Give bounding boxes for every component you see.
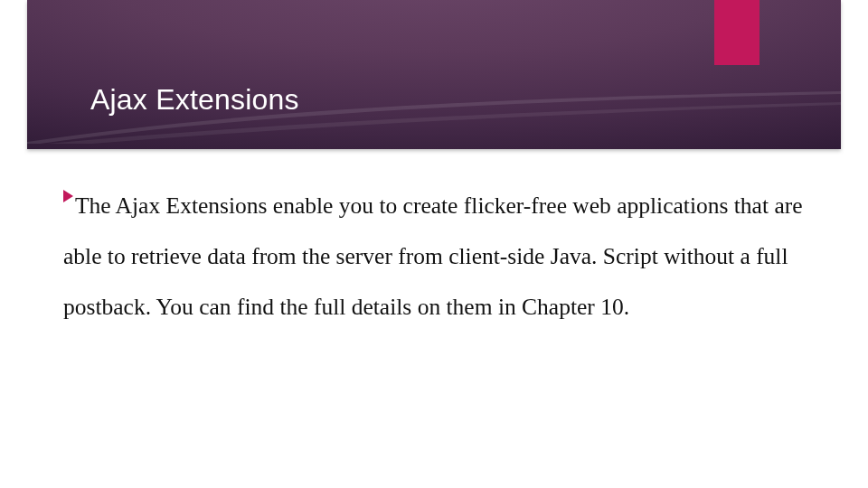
bullet-text: The Ajax Extensions enable you to create… bbox=[63, 192, 803, 320]
slide-body: The Ajax Extensions enable you to create… bbox=[63, 181, 814, 333]
title-band: Ajax Extensions bbox=[27, 0, 841, 149]
slide: Ajax Extensions The Ajax Extensions enab… bbox=[0, 0, 868, 488]
bullet-arrow-icon bbox=[63, 190, 73, 202]
slide-title: Ajax Extensions bbox=[90, 83, 299, 117]
bullet-text-content: The Ajax Extensions enable you to create… bbox=[63, 192, 803, 320]
accent-tab bbox=[714, 0, 760, 65]
bullet-item: The Ajax Extensions enable you to create… bbox=[63, 181, 814, 333]
